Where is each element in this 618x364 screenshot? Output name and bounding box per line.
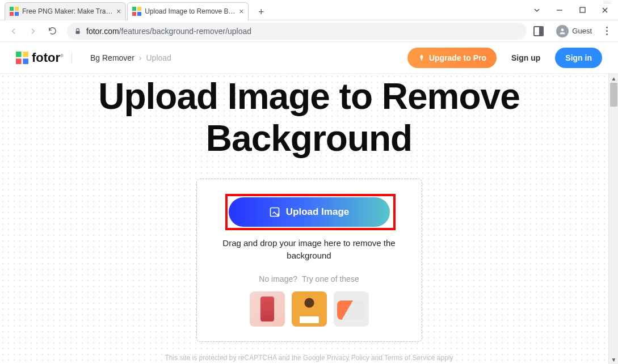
divider [72, 52, 72, 64]
svg-rect-7 [137, 12, 141, 16]
url-input[interactable]: fotor.com/features/background-remover/up… [67, 23, 527, 40]
sample-prompt: No image?Try one of these [211, 274, 408, 283]
address-bar: fotor.com/features/background-remover/up… [0, 20, 618, 42]
app-header: fotor® Bg Remover › Upload Upgrade to Pr… [0, 42, 618, 74]
vertical-scrollbar[interactable]: ▲ ▼ [608, 74, 618, 364]
svg-rect-3 [15, 12, 19, 16]
sample-image-cosmetic[interactable] [250, 291, 285, 327]
svg-rect-15 [23, 58, 28, 64]
browser-tabs: Free PNG Maker: Make Transp × Upload Ima… [0, 0, 524, 20]
svg-rect-14 [16, 58, 22, 64]
svg-rect-10 [76, 31, 80, 33]
browser-tab-2-active[interactable]: Upload Image to Remove Back × [127, 2, 249, 20]
svg-rect-5 [137, 7, 141, 11]
nav-back-icon[interactable] [6, 23, 22, 39]
svg-rect-9 [580, 7, 585, 12]
svg-rect-6 [132, 12, 136, 16]
upload-dropzone[interactable]: Upload Image Drag and drop your image he… [196, 179, 422, 342]
nav-forward-icon[interactable] [25, 23, 41, 39]
fotor-logo-icon [16, 52, 28, 64]
breadcrumb-current: Upload [146, 53, 171, 62]
page-title: Upload Image to RemoveBackground [0, 76, 618, 159]
browser-menu-icon[interactable] [601, 27, 612, 35]
tab-close-icon[interactable]: × [116, 7, 121, 16]
upgrade-button[interactable]: Upgrade to Pro [407, 48, 497, 68]
avatar-icon [556, 25, 569, 37]
url-text: fotor.com/features/background-remover/up… [86, 27, 251, 36]
upload-image-button[interactable]: Upload Image [229, 197, 390, 227]
side-panel-icon[interactable] [533, 26, 544, 36]
sample-image-person[interactable] [292, 291, 327, 327]
svg-point-11 [561, 28, 564, 31]
drop-instruction-text: Drag and drop your image here to remove … [211, 237, 408, 262]
tab-title: Free PNG Maker: Make Transp [22, 7, 113, 15]
upload-image-icon [269, 206, 280, 218]
breadcrumb-root[interactable]: Bg Remover [90, 53, 134, 62]
browser-tab-1[interactable]: Free PNG Maker: Make Transp × [5, 2, 126, 20]
svg-rect-12 [16, 52, 22, 57]
breadcrumb: Bg Remover › Upload [90, 53, 171, 62]
close-window-icon[interactable] [601, 6, 609, 14]
scrollbar-thumb[interactable] [610, 83, 617, 107]
profile-button[interactable]: Guest [553, 25, 595, 37]
maximize-icon[interactable] [578, 6, 586, 14]
sample-images-row [211, 291, 408, 327]
minimize-icon[interactable] [556, 6, 564, 14]
profile-label: Guest [572, 27, 592, 35]
fotor-favicon-icon [10, 7, 19, 16]
svg-rect-0 [10, 7, 14, 11]
svg-rect-13 [23, 52, 28, 57]
svg-rect-4 [132, 7, 136, 11]
tab-close-icon[interactable]: × [239, 7, 243, 16]
recaptcha-notice: This site is protected by reCAPTCHA and … [0, 352, 618, 364]
chevron-down-icon[interactable] [533, 6, 541, 14]
svg-rect-2 [10, 12, 14, 16]
scroll-down-icon[interactable]: ▼ [609, 355, 618, 364]
svg-rect-1 [15, 7, 19, 11]
nav-reload-icon[interactable] [44, 23, 60, 39]
page-content: Upload Image to RemoveBackground Upload … [0, 74, 618, 364]
new-tab-button[interactable]: + [253, 5, 269, 20]
signin-button[interactable]: Sign in [555, 48, 602, 68]
sample-image-shoe[interactable] [334, 291, 369, 327]
tab-title: Upload Image to Remove Back [145, 7, 236, 15]
chevron-right-icon: › [139, 53, 142, 62]
diamond-icon [418, 54, 426, 62]
lock-icon [74, 27, 82, 35]
browser-titlebar: Free PNG Maker: Make Transp × Upload Ima… [0, 0, 618, 20]
scroll-up-icon[interactable]: ▲ [609, 74, 618, 83]
signup-button[interactable]: Sign up [501, 48, 550, 68]
hero-section: Upload Image to RemoveBackground Upload … [0, 74, 618, 342]
fotor-favicon-icon [132, 7, 141, 16]
fotor-logo[interactable]: fotor® [16, 50, 64, 65]
window-controls [524, 6, 618, 14]
